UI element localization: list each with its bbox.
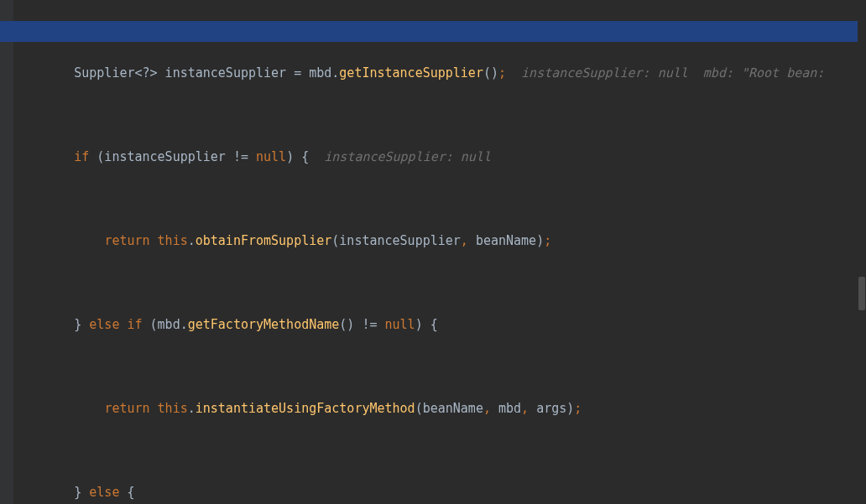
code-area[interactable]: Supplier<?> instanceSupplier = mbd.getIn…: [0, 0, 866, 504]
code-line[interactable]: Supplier<?> instanceSupplier = mbd.getIn…: [13, 63, 866, 84]
code-line[interactable]: return this.instantiateUsingFactoryMetho…: [13, 398, 866, 419]
code-line[interactable]: } else {: [13, 482, 866, 503]
scrollbar-thumb[interactable]: [858, 277, 865, 310]
code-line[interactable]: } else if (mbd.getFactoryMethodName() !=…: [13, 314, 866, 335]
code-line[interactable]: return this.obtainFromSupplier(instanceS…: [13, 231, 866, 252]
code-editor[interactable]: Supplier<?> instanceSupplier = mbd.getIn…: [0, 0, 866, 504]
code-line-current[interactable]: if (instanceSupplier != null) { instance…: [13, 147, 866, 168]
inlay-hint: instanceSupplier: null mbd: "Root bean:: [506, 65, 824, 81]
vertical-scrollbar[interactable]: [858, 0, 866, 504]
inlay-hint: instanceSupplier: null: [324, 149, 491, 164]
